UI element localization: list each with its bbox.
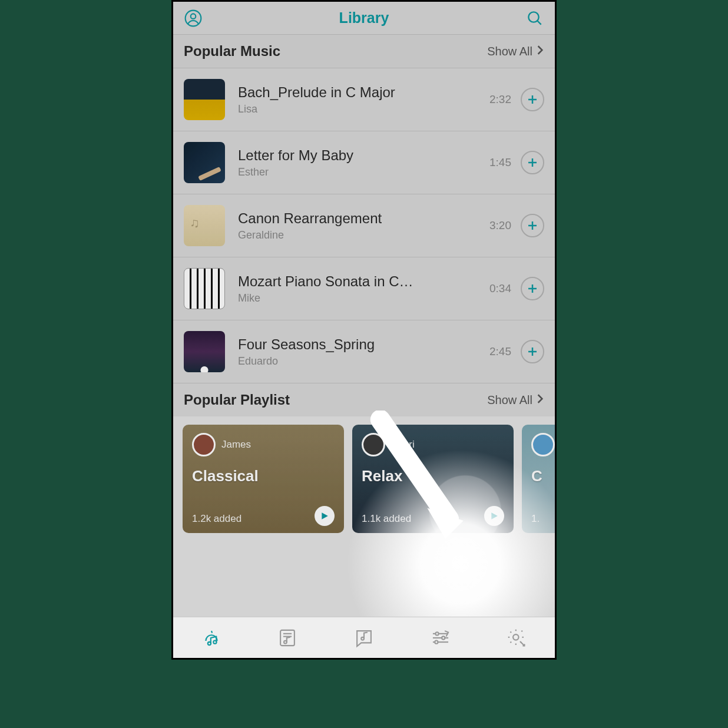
- track-row[interactable]: Canon Rearrangement Geraldine 3:20: [173, 194, 555, 257]
- track-title: Canon Rearrangement: [238, 210, 489, 227]
- svg-marker-15: [491, 512, 498, 519]
- tab-bar: [173, 617, 555, 658]
- play-button[interactable]: [484, 506, 504, 526]
- playlist-card[interactable]: James Classical 1.2k added: [183, 425, 344, 533]
- show-all-label: Show All: [487, 45, 532, 58]
- avatar: [192, 433, 216, 456]
- playlist-card[interactable]: C 1.: [522, 425, 555, 533]
- svg-line-3: [537, 21, 541, 24]
- add-track-button[interactable]: [521, 340, 544, 363]
- track-info: Bach_Prelude in C Major Lisa: [238, 84, 489, 115]
- track-title: Letter for My Baby: [238, 147, 489, 164]
- add-track-button[interactable]: [521, 88, 544, 111]
- track-info: Four Seasons_Spring Eduardo: [238, 336, 489, 368]
- profile-icon[interactable]: [184, 9, 203, 28]
- track-row[interactable]: Mozart Piano Sonata in C… Mike 0:34: [173, 257, 555, 320]
- track-thumbnail: [184, 205, 225, 246]
- track-artist: Esther: [238, 166, 489, 178]
- playlist-title: Relax: [362, 467, 504, 485]
- avatar: [531, 433, 555, 456]
- track-title: Bach_Prelude in C Major: [238, 84, 489, 101]
- track-duration: 0:34: [489, 282, 511, 295]
- section-header-popular-playlist: Popular Playlist Show All: [173, 383, 555, 416]
- tab-settings[interactable]: [505, 627, 528, 649]
- playlist-title: C: [531, 467, 555, 485]
- play-button[interactable]: [315, 506, 335, 526]
- track-duration: 3:20: [489, 219, 511, 232]
- chevron-right-icon: [536, 393, 544, 407]
- playlist-scroll[interactable]: James Classical 1.2k added Sheri Relax 1…: [173, 416, 555, 533]
- tab-editor[interactable]: [429, 627, 452, 649]
- svg-marker-14: [322, 512, 328, 519]
- add-track-button[interactable]: [521, 151, 544, 174]
- track-artist: Lisa: [238, 103, 489, 115]
- svg-point-30: [513, 634, 519, 640]
- show-all-label: Show All: [487, 393, 532, 407]
- app-screen: Library Popular Music Show All Bach_Prel…: [171, 0, 557, 660]
- tab-playlists[interactable]: [276, 627, 299, 649]
- svg-point-2: [528, 12, 538, 22]
- track-artist: Geraldine: [238, 229, 489, 241]
- chevron-right-icon: [536, 45, 544, 58]
- avatar: [362, 433, 385, 456]
- track-duration: 1:45: [489, 156, 511, 169]
- track-title: Four Seasons_Spring: [238, 336, 489, 353]
- track-thumbnail: [184, 142, 225, 183]
- section-title: Popular Music: [184, 43, 280, 59]
- track-info: Letter for My Baby Esther: [238, 147, 489, 178]
- track-thumbnail: [184, 331, 225, 372]
- playlist-owner: Sheri: [362, 433, 504, 456]
- show-all-music-link[interactable]: Show All: [487, 45, 544, 58]
- playlist-owner-name: James: [221, 439, 251, 451]
- playlist-owner: [531, 433, 555, 456]
- playlist-title: Classical: [192, 467, 335, 485]
- section-title: Popular Playlist: [184, 392, 290, 408]
- playlist-added-count: 1.2k added: [192, 513, 241, 525]
- page-title: Library: [339, 9, 389, 27]
- track-duration: 2:45: [489, 345, 511, 358]
- track-row[interactable]: Letter for My Baby Esther 1:45: [173, 131, 555, 194]
- track-duration: 2:32: [489, 93, 511, 106]
- track-title: Mozart Piano Sonata in C…: [238, 273, 489, 290]
- playlist-added-count: 1.1k added: [362, 513, 411, 525]
- track-row[interactable]: Bach_Prelude in C Major Lisa 2:32: [173, 68, 555, 131]
- track-list: Bach_Prelude in C Major Lisa 2:32 Letter…: [173, 68, 555, 383]
- section-header-popular-music: Popular Music Show All: [173, 35, 555, 68]
- tab-library[interactable]: [200, 627, 223, 649]
- playlist-owner-name: Sheri: [391, 439, 415, 451]
- track-row[interactable]: Four Seasons_Spring Eduardo 2:45: [173, 320, 555, 383]
- tab-notes[interactable]: [353, 627, 375, 649]
- track-info: Mozart Piano Sonata in C… Mike: [238, 273, 489, 305]
- playlist-added-count: 1.: [531, 513, 540, 525]
- add-track-button[interactable]: [521, 214, 544, 237]
- playlist-card[interactable]: Sheri Relax 1.1k added: [352, 425, 514, 533]
- svg-point-29: [435, 640, 438, 643]
- svg-point-27: [435, 632, 438, 635]
- add-track-button[interactable]: [521, 277, 544, 300]
- track-artist: Eduardo: [238, 355, 489, 368]
- track-info: Canon Rearrangement Geraldine: [238, 210, 489, 241]
- svg-point-1: [191, 14, 196, 19]
- track-thumbnail: [184, 268, 225, 309]
- search-icon[interactable]: [525, 9, 544, 28]
- playlist-owner: James: [192, 433, 335, 456]
- svg-point-28: [442, 636, 445, 639]
- app-header: Library: [173, 2, 555, 35]
- track-artist: Mike: [238, 292, 489, 305]
- show-all-playlist-link[interactable]: Show All: [487, 393, 544, 407]
- track-thumbnail: [184, 79, 225, 120]
